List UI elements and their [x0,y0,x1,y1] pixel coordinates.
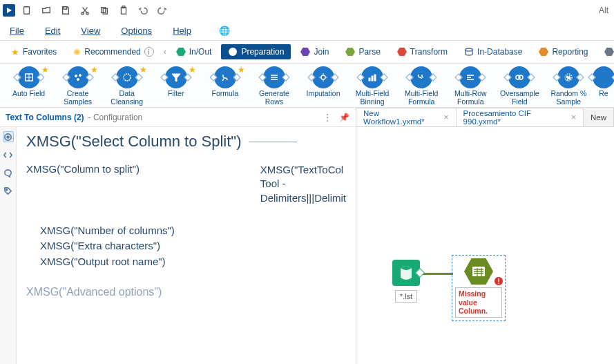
globe-icon[interactable]: 🌐 [219,26,230,36]
tool-filter[interactable]: ★Filter [151,65,200,98]
rail-config-icon[interactable] [3,131,14,142]
menu-file[interactable]: File [10,26,24,36]
svg-point-18 [77,79,79,81]
cat-in-out[interactable]: In/Out [169,44,219,59]
svg-text:%: % [566,75,570,80]
workflow-canvas[interactable]: *.lst ! Missing value Column. [356,127,614,364]
pin-icon[interactable]: 📌 [338,113,350,122]
node-label: *.lst [395,290,417,303]
chevron-left-icon[interactable]: ‹ [164,45,166,59]
rail-annotation-icon[interactable] [3,167,14,178]
svg-point-20 [321,75,325,79]
config-heading: XMSG("Select Column to Split") [26,133,242,151]
sparkle-icon: ✺ [73,47,81,57]
svg-marker-10 [345,48,355,56]
star-icon: ★ [11,47,19,57]
canvas-node-text-to-columns[interactable]: ! Missing value Column. [452,255,506,321]
star-icon: ★ [90,65,98,75]
rail-xml-icon[interactable] [3,149,14,160]
svg-point-17 [79,75,81,77]
star-icon: ★ [41,65,49,75]
star-icon: ★ [238,65,245,75]
label-delimiters: XMSG("TextToCol Tool - Delimiters|||Deli… [260,163,346,205]
rail-tag-icon[interactable] [3,185,14,196]
cat-join[interactable]: Join [294,44,336,59]
tool-multi-field-binning[interactable]: Multi-Field Binning [348,65,397,106]
cat-reporting[interactable]: Reporting [532,44,595,59]
tool-multi-field-formula[interactable]: Multi-Field Formula [397,65,446,106]
more-icon[interactable]: ⋮ [321,113,334,122]
svg-marker-11 [397,48,407,56]
menu-edit[interactable]: Edit [45,26,60,36]
tool-random-sample[interactable]: %Random % Sample [544,65,593,106]
cat-in-database[interactable]: In-Database [457,44,529,59]
close-icon[interactable]: × [444,113,449,122]
tool-overflow[interactable]: Re [593,65,614,98]
svg-marker-7 [176,48,186,56]
heading-rule [249,142,297,142]
error-badge-icon: ! [494,276,503,286]
tool-imputation[interactable]: Imputation [298,65,347,98]
cat-recommended[interactable]: ✺Recommendedi [66,44,160,60]
star-icon: ★ [189,65,196,75]
tool-create-samples[interactable]: ★Create Samples [53,65,102,106]
svg-point-8 [229,48,237,56]
svg-rect-23 [374,75,376,81]
svg-marker-9 [300,48,310,56]
cat-favorites[interactable]: ★Favorites [4,44,64,60]
menu-help[interactable]: Help [173,26,191,36]
label-num-columns: XMSG("Number of columns") [40,223,346,239]
text-to-columns-icon [464,258,493,285]
paste-icon[interactable] [116,3,131,18]
menu-view[interactable]: View [81,26,100,36]
help-icon[interactable]: i [144,47,154,57]
svg-point-30 [6,189,8,190]
svg-marker-13 [539,48,548,56]
label-advanced-options[interactable]: XMSG("Advanced options") [26,286,346,298]
svg-point-29 [7,136,9,138]
svg-point-12 [466,48,472,51]
tab-workflow-1[interactable]: New Workflow1.yxmd*× [356,108,457,126]
save-icon[interactable] [58,3,73,18]
config-title: Text To Columns (2) [6,113,84,122]
open-icon[interactable] [39,3,54,18]
canvas-node-input[interactable]: *.lst [392,260,420,303]
label-output-root: XMSG("Output root name") [40,254,346,270]
label-extra-chars: XMSG("Extra characters") [40,238,346,254]
svg-rect-0 [24,7,30,15]
svg-rect-22 [372,76,373,81]
close-icon[interactable]: × [571,113,576,122]
svg-rect-21 [369,78,370,81]
svg-marker-14 [604,48,614,56]
redo-icon[interactable] [155,3,170,18]
tool-multi-row-formula[interactable]: Multi-Row Formula [446,65,495,106]
svg-point-16 [75,75,77,77]
svg-point-25 [519,75,523,79]
new-icon[interactable] [19,3,35,18]
star-icon: ★ [140,65,147,75]
cat-preparation[interactable]: Preparation [221,44,291,59]
tool-generate-rows[interactable]: Generate Rows [249,65,298,106]
tab-workflow-2[interactable]: Procesamiento CIF 990.yxmd*× [457,108,584,126]
copy-icon[interactable] [97,3,112,18]
cat-parse[interactable]: Parse [338,44,387,59]
svg-point-19 [124,74,131,81]
connection-line[interactable] [420,273,453,275]
tool-data-cleansing[interactable]: ★Data Cleansing [102,65,151,106]
cat-transform[interactable]: Transform [390,44,454,59]
menu-options[interactable]: Options [121,26,152,36]
tool-oversample-field[interactable]: Oversample Field [495,65,544,106]
tab-workflow-3[interactable]: New [584,108,614,126]
cut-icon[interactable] [77,3,93,18]
app-icon [3,4,15,17]
label-column-to-split: XMSG("Column to split") [26,163,260,205]
tool-formula[interactable]: ★Formula [200,65,249,98]
input-tool-icon [392,260,420,286]
titlebar-hint: Alt [599,6,611,15]
cat-documentation[interactable]: Documentation [597,44,614,59]
node-error-label: Missing value Column. [455,287,502,318]
config-subtitle: - Configuration [88,113,143,122]
tool-auto-field[interactable]: ★Auto Field [4,65,53,98]
undo-icon[interactable] [135,3,151,18]
